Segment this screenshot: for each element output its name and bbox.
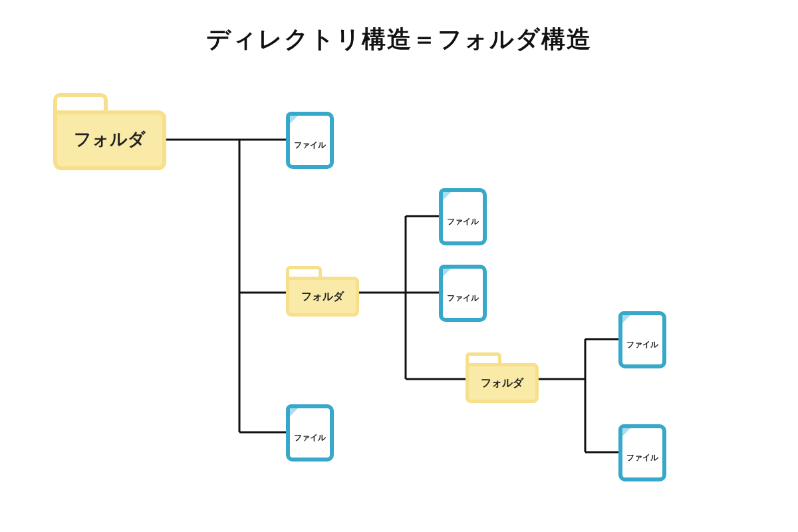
file-label: ファイル	[618, 452, 666, 464]
file-node: ファイル	[618, 311, 666, 368]
file-fold-inner-icon	[290, 116, 298, 124]
file-node: ファイル	[439, 188, 487, 245]
file-node: ファイル	[286, 404, 334, 462]
file-label: ファイル	[286, 432, 334, 444]
file-fold-inner-icon	[443, 192, 451, 200]
file-label: ファイル	[439, 293, 487, 304]
folder-label: フォルダ	[286, 290, 359, 304]
file-node: ファイル	[439, 265, 487, 322]
file-fold-inner-icon	[443, 269, 451, 277]
file-fold-inner-icon	[622, 428, 630, 436]
file-fold-inner-icon	[290, 408, 298, 416]
sub-folder: フォルダ	[286, 266, 359, 314]
file-fold-inner-icon	[622, 315, 630, 323]
file-node: ファイル	[286, 112, 334, 169]
folder-label: フォルダ	[53, 128, 166, 151]
file-node: ファイル	[618, 424, 666, 481]
file-label: ファイル	[439, 216, 487, 227]
file-label: ファイル	[618, 339, 666, 350]
root-folder: フォルダ	[53, 93, 166, 166]
folder-label: フォルダ	[466, 376, 539, 390]
file-label: ファイル	[286, 140, 334, 151]
diagram-stage: ディレクトリ構造＝フォルダ構造	[0, 0, 798, 532]
sub-sub-folder: フォルダ	[466, 352, 539, 400]
connector-lines	[0, 0, 798, 532]
